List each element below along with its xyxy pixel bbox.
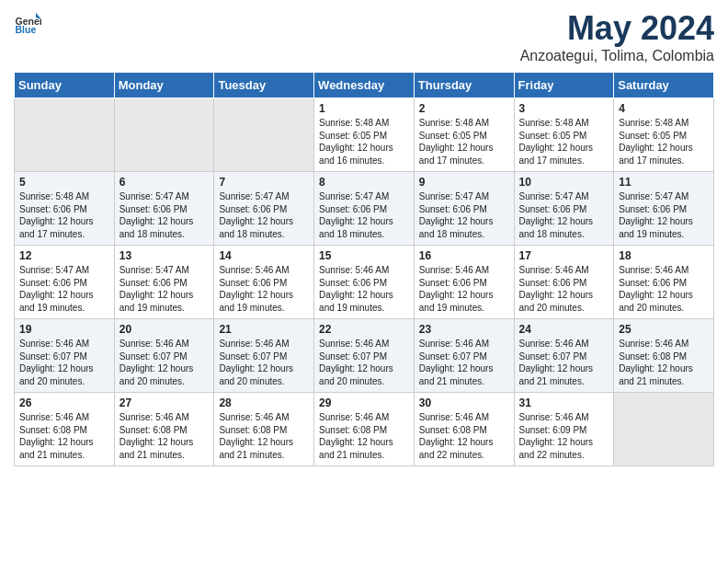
column-header-wednesday: Wednesday: [314, 73, 415, 98]
column-header-monday: Monday: [114, 73, 214, 98]
cell-content: Sunrise: 5:47 AM Sunset: 6:06 PM Dayligh…: [19, 264, 109, 314]
calendar-cell: 22Sunrise: 5:46 AM Sunset: 6:07 PM Dayli…: [314, 319, 415, 393]
calendar-cell: 16Sunrise: 5:46 AM Sunset: 6:06 PM Dayli…: [414, 246, 514, 319]
calendar-cell: 13Sunrise: 5:47 AM Sunset: 6:06 PM Dayli…: [114, 246, 214, 319]
calendar-table: SundayMondayTuesdayWednesdayThursdayFrid…: [14, 72, 714, 466]
calendar-cell: 14Sunrise: 5:46 AM Sunset: 6:06 PM Dayli…: [214, 246, 314, 319]
calendar-cell: 15Sunrise: 5:46 AM Sunset: 6:06 PM Dayli…: [314, 246, 415, 319]
calendar-cell: 8Sunrise: 5:47 AM Sunset: 6:06 PM Daylig…: [314, 172, 415, 246]
cell-content: Sunrise: 5:46 AM Sunset: 6:06 PM Dayligh…: [219, 264, 309, 314]
day-number: 11: [619, 176, 709, 189]
svg-text:Blue: Blue: [16, 24, 37, 35]
day-number: 30: [419, 396, 509, 409]
cell-content: Sunrise: 5:46 AM Sunset: 6:07 PM Dayligh…: [119, 338, 210, 387]
calendar-cell: 5Sunrise: 5:48 AM Sunset: 6:06 PM Daylig…: [15, 172, 115, 246]
cell-content: Sunrise: 5:47 AM Sunset: 6:06 PM Dayligh…: [519, 190, 609, 240]
day-number: 21: [219, 323, 309, 336]
logo: General Blue: [14, 9, 41, 37]
week-row-3: 12Sunrise: 5:47 AM Sunset: 6:06 PM Dayli…: [15, 246, 714, 319]
day-number: 22: [319, 323, 409, 336]
day-number: 1: [319, 102, 409, 115]
calendar-cell: 21Sunrise: 5:46 AM Sunset: 6:07 PM Dayli…: [214, 319, 314, 393]
day-number: 5: [19, 176, 109, 189]
header: General Blue May 2024 Anzoategui, Tolima…: [14, 9, 714, 64]
day-number: 29: [319, 396, 409, 409]
day-number: 9: [419, 176, 509, 189]
cell-content: Sunrise: 5:46 AM Sunset: 6:06 PM Dayligh…: [419, 264, 509, 314]
cell-content: Sunrise: 5:47 AM Sunset: 6:06 PM Dayligh…: [119, 264, 210, 314]
day-number: 6: [119, 176, 210, 189]
calendar-cell: 11Sunrise: 5:47 AM Sunset: 6:06 PM Dayli…: [614, 172, 714, 246]
cell-content: Sunrise: 5:47 AM Sunset: 6:06 PM Dayligh…: [119, 190, 210, 240]
cell-content: Sunrise: 5:48 AM Sunset: 6:05 PM Dayligh…: [419, 117, 509, 167]
calendar-cell: 2Sunrise: 5:48 AM Sunset: 6:05 PM Daylig…: [414, 98, 514, 172]
day-number: 31: [519, 396, 609, 409]
calendar-cell: 19Sunrise: 5:46 AM Sunset: 6:07 PM Dayli…: [15, 319, 115, 393]
cell-content: Sunrise: 5:48 AM Sunset: 6:05 PM Dayligh…: [519, 117, 609, 167]
day-number: 12: [19, 249, 109, 262]
calendar-cell: 29Sunrise: 5:46 AM Sunset: 6:08 PM Dayli…: [314, 393, 415, 466]
calendar-cell: [15, 98, 115, 172]
day-number: 27: [119, 396, 210, 409]
day-number: 18: [619, 249, 709, 262]
day-number: 23: [419, 323, 509, 336]
main-title: May 2024: [520, 9, 714, 48]
week-row-5: 26Sunrise: 5:46 AM Sunset: 6:08 PM Dayli…: [15, 393, 714, 466]
cell-content: Sunrise: 5:48 AM Sunset: 6:05 PM Dayligh…: [619, 117, 709, 167]
subtitle: Anzoategui, Tolima, Colombia: [520, 48, 714, 64]
day-number: 7: [219, 176, 309, 189]
cell-content: Sunrise: 5:46 AM Sunset: 6:06 PM Dayligh…: [619, 264, 709, 314]
calendar-cell: 27Sunrise: 5:46 AM Sunset: 6:08 PM Dayli…: [114, 393, 214, 466]
day-number: 17: [519, 249, 609, 262]
cell-content: Sunrise: 5:46 AM Sunset: 6:06 PM Dayligh…: [519, 264, 609, 314]
column-header-thursday: Thursday: [414, 73, 514, 98]
calendar-cell: 26Sunrise: 5:46 AM Sunset: 6:08 PM Dayli…: [15, 393, 115, 466]
column-header-saturday: Saturday: [614, 73, 714, 98]
cell-content: Sunrise: 5:46 AM Sunset: 6:06 PM Dayligh…: [319, 264, 409, 314]
cell-content: Sunrise: 5:48 AM Sunset: 6:05 PM Dayligh…: [319, 117, 409, 167]
day-number: 25: [619, 323, 709, 336]
calendar-cell: 6Sunrise: 5:47 AM Sunset: 6:06 PM Daylig…: [114, 172, 214, 246]
day-number: 24: [519, 323, 609, 336]
cell-content: Sunrise: 5:47 AM Sunset: 6:06 PM Dayligh…: [619, 190, 709, 240]
cell-content: Sunrise: 5:46 AM Sunset: 6:07 PM Dayligh…: [519, 338, 609, 387]
week-row-2: 5Sunrise: 5:48 AM Sunset: 6:06 PM Daylig…: [15, 172, 714, 246]
calendar-cell: 9Sunrise: 5:47 AM Sunset: 6:06 PM Daylig…: [414, 172, 514, 246]
day-number: 14: [219, 249, 309, 262]
cell-content: Sunrise: 5:46 AM Sunset: 6:07 PM Dayligh…: [219, 338, 309, 387]
cell-content: Sunrise: 5:46 AM Sunset: 6:08 PM Dayligh…: [319, 411, 409, 461]
day-number: 20: [119, 323, 210, 336]
day-number: 8: [319, 176, 409, 189]
calendar-cell: 20Sunrise: 5:46 AM Sunset: 6:07 PM Dayli…: [114, 319, 214, 393]
cell-content: Sunrise: 5:48 AM Sunset: 6:06 PM Dayligh…: [19, 190, 109, 240]
day-number: 10: [519, 176, 609, 189]
cell-content: Sunrise: 5:46 AM Sunset: 6:07 PM Dayligh…: [19, 338, 109, 387]
calendar-cell: 10Sunrise: 5:47 AM Sunset: 6:06 PM Dayli…: [514, 172, 614, 246]
column-header-tuesday: Tuesday: [214, 73, 314, 98]
calendar-cell: [214, 98, 314, 172]
calendar-cell: 7Sunrise: 5:47 AM Sunset: 6:06 PM Daylig…: [214, 172, 314, 246]
calendar-cell: 4Sunrise: 5:48 AM Sunset: 6:05 PM Daylig…: [614, 98, 714, 172]
title-area: May 2024 Anzoategui, Tolima, Colombia: [520, 9, 714, 64]
column-header-friday: Friday: [514, 73, 614, 98]
calendar-cell: [614, 393, 714, 466]
day-number: 26: [19, 396, 109, 409]
cell-content: Sunrise: 5:46 AM Sunset: 6:08 PM Dayligh…: [119, 411, 210, 461]
cell-content: Sunrise: 5:46 AM Sunset: 6:08 PM Dayligh…: [619, 338, 709, 387]
cell-content: Sunrise: 5:46 AM Sunset: 6:08 PM Dayligh…: [219, 411, 309, 461]
day-number: 15: [319, 249, 409, 262]
logo-icon: General Blue: [14, 9, 41, 37]
calendar-cell: 12Sunrise: 5:47 AM Sunset: 6:06 PM Dayli…: [15, 246, 115, 319]
calendar-cell: 31Sunrise: 5:46 AM Sunset: 6:09 PM Dayli…: [514, 393, 614, 466]
week-row-4: 19Sunrise: 5:46 AM Sunset: 6:07 PM Dayli…: [15, 319, 714, 393]
calendar-cell: 28Sunrise: 5:46 AM Sunset: 6:08 PM Dayli…: [214, 393, 314, 466]
day-number: 4: [619, 102, 709, 115]
day-number: 2: [419, 102, 509, 115]
cell-content: Sunrise: 5:46 AM Sunset: 6:07 PM Dayligh…: [319, 338, 409, 387]
cell-content: Sunrise: 5:46 AM Sunset: 6:08 PM Dayligh…: [419, 411, 509, 461]
calendar-cell: 3Sunrise: 5:48 AM Sunset: 6:05 PM Daylig…: [514, 98, 614, 172]
cell-content: Sunrise: 5:47 AM Sunset: 6:06 PM Dayligh…: [319, 190, 409, 240]
calendar-cell: 25Sunrise: 5:46 AM Sunset: 6:08 PM Dayli…: [614, 319, 714, 393]
calendar-cell: 24Sunrise: 5:46 AM Sunset: 6:07 PM Dayli…: [514, 319, 614, 393]
day-number: 16: [419, 249, 509, 262]
